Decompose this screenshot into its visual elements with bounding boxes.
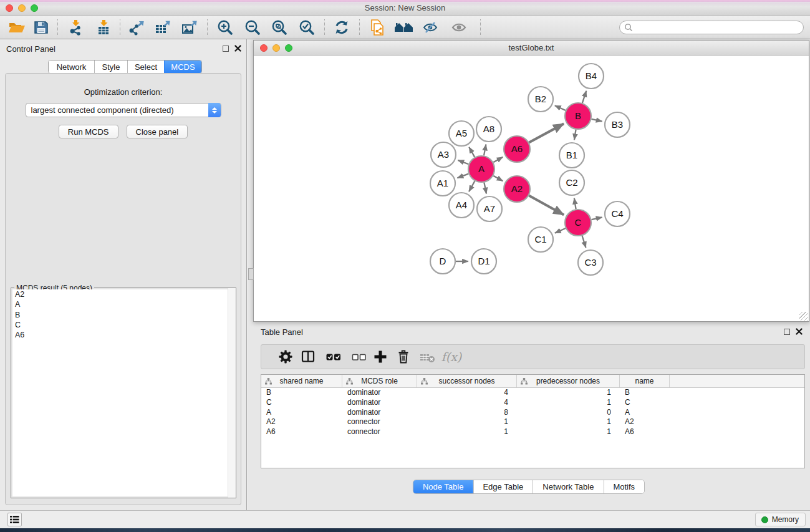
zoom-selected-button[interactable] <box>298 19 316 36</box>
column-header-predecessor-nodes[interactable]: predecessor nodes <box>517 375 620 387</box>
copy-network-button[interactable] <box>369 19 385 36</box>
graph-node-A6[interactable]: A6 <box>504 136 530 162</box>
refresh-layout-button[interactable] <box>334 19 350 36</box>
table-row[interactable]: A2connector11A2 <box>261 417 804 427</box>
graph-node-B2[interactable]: B2 <box>528 87 553 112</box>
memory-button[interactable]: Memory <box>755 513 806 526</box>
graph-node-A2[interactable]: A2 <box>504 176 530 202</box>
graph-edge-A-A4[interactable] <box>469 181 475 191</box>
graph-node-A1[interactable]: A1 <box>430 171 455 196</box>
column-header-MCDS-role[interactable]: MCDS role <box>342 375 417 387</box>
show-columns-button[interactable] <box>300 349 316 365</box>
delete-table-button[interactable] <box>419 349 436 365</box>
tab-select[interactable]: Select <box>127 60 164 73</box>
show-all-networks-button[interactable] <box>394 20 414 35</box>
tab-network-table[interactable]: Network Table <box>533 480 603 493</box>
mcds-result-item[interactable]: A6 <box>12 330 234 340</box>
zoom-in-button[interactable] <box>216 19 234 36</box>
close-panel-icon[interactable] <box>234 45 241 52</box>
network-canvas[interactable]: B4B2BB3A5A8A6A3B1AA1C2A2A4A7C4CC1DD1C3 <box>254 56 809 321</box>
graph-edge-C-C2[interactable] <box>574 198 576 210</box>
graph-node-B3[interactable]: B3 <box>605 112 630 137</box>
mcds-result-item[interactable]: A <box>12 299 234 309</box>
tab-style[interactable]: Style <box>94 60 127 73</box>
column-header-name[interactable]: name <box>620 375 670 387</box>
toolbar-search[interactable] <box>619 21 804 34</box>
graph-node-C1[interactable]: C1 <box>528 227 553 252</box>
zoom-out-button[interactable] <box>244 19 261 36</box>
graph-node-D1[interactable]: D1 <box>471 249 496 274</box>
graph-node-A[interactable]: A <box>468 156 494 182</box>
graph-node-A4[interactable]: A4 <box>449 193 474 218</box>
task-history-button[interactable] <box>7 513 22 526</box>
add-column-button[interactable] <box>372 349 388 365</box>
table-row[interactable]: Cdominator41C <box>261 398 804 408</box>
graph-edge-A-A8[interactable] <box>484 145 486 156</box>
tab-mcds[interactable]: MCDS <box>164 60 201 73</box>
apply-function-button[interactable]: f(x) <box>441 350 462 364</box>
graph-node-C2[interactable]: C2 <box>559 170 584 195</box>
mcds-result-item[interactable]: B <box>12 310 234 320</box>
search-input[interactable] <box>633 23 803 32</box>
graph-edge-A-A2[interactable] <box>493 176 503 181</box>
window-resize-grip[interactable] <box>799 312 808 321</box>
tab-node-table[interactable]: Node Table <box>413 480 473 493</box>
graph-node-D[interactable]: D <box>430 249 455 274</box>
export-image-button[interactable] <box>181 19 198 36</box>
hide-panels-button[interactable] <box>422 20 438 35</box>
tab-edge-table[interactable]: Edge Table <box>473 480 533 493</box>
graph-edge-B-B2[interactable] <box>555 105 566 110</box>
zoom-fit-button[interactable] <box>271 19 288 36</box>
mcds-result-item[interactable]: A2 <box>12 289 234 299</box>
table-settings-button[interactable] <box>277 349 294 365</box>
graph-edge-A-A3[interactable] <box>458 160 468 164</box>
graph-node-A7[interactable]: A7 <box>477 196 502 221</box>
close-panel-button[interactable]: Close panel <box>127 125 188 138</box>
graph-node-A3[interactable]: A3 <box>431 142 456 167</box>
graph-edge-A-A6[interactable] <box>493 157 503 163</box>
close-table-panel-icon[interactable] <box>796 328 803 335</box>
graph-node-B[interactable]: B <box>565 103 591 129</box>
tab-network[interactable]: Network <box>49 60 94 73</box>
graph-node-C[interactable]: C <box>565 210 591 236</box>
float-panel-icon[interactable] <box>223 46 229 52</box>
select-all-button[interactable] <box>325 349 342 365</box>
import-network-button[interactable] <box>67 19 84 36</box>
deselect-all-button[interactable] <box>351 349 367 365</box>
mcds-result-scrollbar[interactable] <box>228 288 236 498</box>
run-mcds-button[interactable]: Run MCDS <box>59 125 118 138</box>
graph-node-C4[interactable]: C4 <box>605 201 630 226</box>
graph-node-A5[interactable]: A5 <box>449 121 474 146</box>
graph-edge-B-B4[interactable] <box>582 91 586 103</box>
mcds-result-list[interactable]: A2ABCA6 <box>12 289 234 496</box>
column-header-successor-nodes[interactable]: successor nodes <box>417 375 517 387</box>
column-header-shared-name[interactable]: shared name <box>261 375 342 387</box>
graph-edge-C-C4[interactable] <box>591 217 602 220</box>
table-row[interactable]: Bdominator41B <box>261 388 804 398</box>
show-panels-button[interactable] <box>451 20 467 35</box>
graph-node-C3[interactable]: C3 <box>578 250 603 275</box>
delete-column-button[interactable] <box>395 349 412 365</box>
graph-node-B4[interactable]: B4 <box>579 64 604 89</box>
graph-node-A8[interactable]: A8 <box>476 117 501 142</box>
graph-edge-A6-B[interactable] <box>529 123 564 142</box>
export-table-button[interactable] <box>154 19 171 36</box>
table-row[interactable]: Adominator80A <box>261 408 804 418</box>
graph-edge-A-A7[interactable] <box>484 183 486 194</box>
table-row[interactable]: A6connector11A6 <box>261 427 804 437</box>
network-window-titlebar[interactable]: testGlobe.txt <box>254 41 809 56</box>
tab-motifs[interactable]: Motifs <box>603 480 644 493</box>
graph-edge-A-A5[interactable] <box>469 147 475 157</box>
open-session-button[interactable] <box>8 19 26 36</box>
graph-edge-A-A1[interactable] <box>457 174 468 178</box>
save-session-button[interactable] <box>33 19 49 36</box>
float-table-panel-icon[interactable] <box>784 329 790 335</box>
mcds-result-item[interactable]: C <box>12 320 234 330</box>
graph-edge-C-C1[interactable] <box>555 228 566 233</box>
criterion-dropdown[interactable]: largest connected component (directed) <box>26 103 221 117</box>
export-network-button[interactable] <box>127 19 145 36</box>
graph-edge-B-B3[interactable] <box>591 119 602 122</box>
network-graph[interactable]: B4B2BB3A5A8A6A3B1AA1C2A2A4A7C4CC1DD1C3 <box>254 56 809 321</box>
splitter-handle[interactable] <box>248 268 254 280</box>
graph-edge-B-B1[interactable] <box>574 130 576 140</box>
